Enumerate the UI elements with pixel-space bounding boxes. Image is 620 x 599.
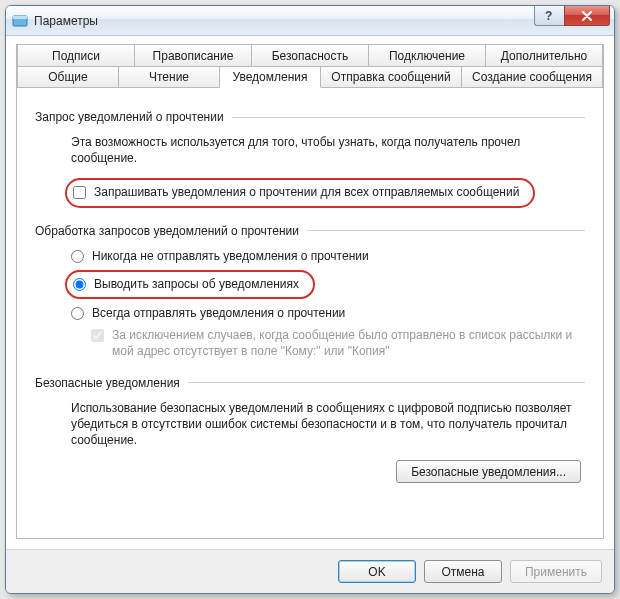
tab-read[interactable]: Чтение bbox=[119, 66, 220, 88]
tab-group: Подписи Правописание Безопасность Подклю… bbox=[16, 44, 604, 539]
tab-general[interactable]: Общие bbox=[17, 66, 119, 88]
window-title: Параметры bbox=[34, 14, 98, 28]
radio-always[interactable] bbox=[71, 307, 84, 320]
tab-send[interactable]: Отправка сообщений bbox=[321, 66, 462, 88]
highlight-ask: Выводить запросы об уведомлениях bbox=[65, 270, 315, 299]
section-handle-header: Обработка запросов уведомлений о прочтен… bbox=[35, 224, 585, 238]
tab-receipts[interactable]: Уведомления bbox=[220, 66, 321, 88]
svg-text:?: ? bbox=[545, 10, 552, 22]
checkbox-except bbox=[91, 329, 104, 342]
section-handle-title: Обработка запросов уведомлений о прочтен… bbox=[35, 224, 299, 238]
ok-button[interactable]: OK bbox=[338, 560, 416, 583]
help-button[interactable]: ? bbox=[534, 6, 564, 26]
checkbox-request-receipt-label: Запрашивать уведомления о прочтении для … bbox=[94, 184, 519, 200]
secure-receipts-button[interactable]: Безопасные уведомления... bbox=[396, 460, 581, 483]
section-secure-header: Безопасные уведомления bbox=[35, 376, 585, 390]
tab-security[interactable]: Безопасность bbox=[252, 44, 369, 66]
radio-never[interactable] bbox=[71, 250, 84, 263]
radio-always-label: Всегда отправлять уведомления о прочтени… bbox=[92, 305, 345, 321]
radio-never-label: Никогда не отправлять уведомления о проч… bbox=[92, 248, 369, 264]
app-icon bbox=[12, 13, 28, 29]
checkbox-request-receipt[interactable] bbox=[73, 186, 86, 199]
dialog-footer: OK Отмена Применить bbox=[6, 549, 614, 593]
section-secure-title: Безопасные уведомления bbox=[35, 376, 180, 390]
tab-signatures[interactable]: Подписи bbox=[17, 44, 135, 66]
secure-description: Использование безопасных уведомлений в с… bbox=[71, 400, 585, 449]
tab-advanced[interactable]: Дополнительно bbox=[486, 44, 603, 66]
checkbox-except-label: За исключением случаев, когда сообщение … bbox=[112, 327, 585, 359]
request-description: Эта возможность используется для того, ч… bbox=[71, 134, 585, 166]
svg-rect-1 bbox=[13, 16, 27, 19]
client-area: Подписи Правописание Безопасность Подклю… bbox=[6, 36, 614, 549]
apply-button[interactable]: Применить bbox=[510, 560, 602, 583]
close-button[interactable] bbox=[564, 6, 610, 26]
dialog-window: Параметры ? Подписи Правописание Безопас… bbox=[5, 5, 615, 594]
section-request-title: Запрос уведомлений о прочтении bbox=[35, 110, 224, 124]
titlebar: Параметры ? bbox=[6, 6, 614, 36]
tab-spelling[interactable]: Правописание bbox=[135, 44, 252, 66]
tab-connection[interactable]: Подключение bbox=[369, 44, 486, 66]
tab-content: Запрос уведомлений о прочтении Эта возмо… bbox=[17, 87, 603, 538]
tab-compose[interactable]: Создание сообщения bbox=[462, 66, 603, 88]
cancel-button[interactable]: Отмена bbox=[424, 560, 502, 583]
highlight-request: Запрашивать уведомления о прочтении для … bbox=[65, 178, 535, 207]
radio-ask-label: Выводить запросы об уведомлениях bbox=[94, 276, 299, 292]
section-request-header: Запрос уведомлений о прочтении bbox=[35, 110, 585, 124]
radio-ask[interactable] bbox=[73, 278, 86, 291]
